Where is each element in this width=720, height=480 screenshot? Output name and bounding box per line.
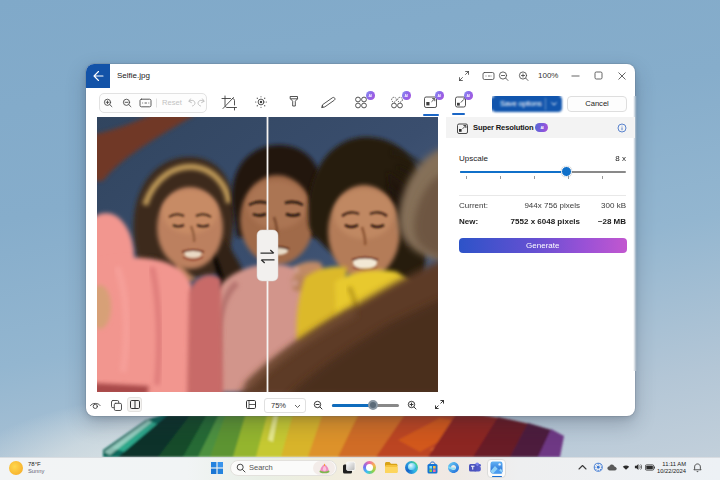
svg-text:Reset: Reset [162,98,183,107]
